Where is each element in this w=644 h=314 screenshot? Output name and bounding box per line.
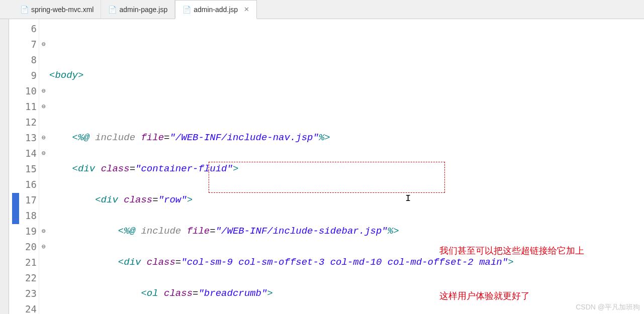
tab-admin-add[interactable]: admin-add.jsp ✕ (175, 0, 257, 19)
close-icon[interactable]: ✕ (244, 6, 249, 13)
xml-file-icon (20, 6, 28, 14)
watermark: CSDN @平凡加班狗 (576, 303, 640, 312)
jsp-file-icon (108, 6, 116, 14)
code-line: <div class="row"> (48, 192, 644, 208)
fold-toggle-icon[interactable]: ⊖ (39, 146, 48, 161)
code-line (48, 99, 644, 115)
vertical-scrollbar-overview[interactable] (0, 19, 9, 314)
line-number-gutter[interactable]: 6 7 8 9 10 11 12 13 14 15 16 17 18 19 20… (9, 19, 39, 314)
tab-spring-web-mvc[interactable]: spring-web-mvc.xml (13, 0, 101, 19)
tab-admin-page[interactable]: admin-page.jsp (101, 0, 175, 19)
annotation-text: 我们甚至可以把这些超链接给它加上 这样用户体验就更好了 (439, 213, 584, 314)
code-line (48, 37, 644, 52)
fold-toggle-icon[interactable]: ⊖ (39, 99, 48, 115)
tab-bar: spring-web-mvc.xml admin-page.jsp admin-… (0, 0, 644, 19)
code-line: <div class="container-fluid"> (48, 161, 644, 177)
code-line: <body> (48, 68, 644, 83)
fold-toggle-icon[interactable]: ⊖ (39, 37, 48, 52)
code-editor[interactable]: <body> <%@ include file="/WEB-INF/includ… (48, 19, 644, 314)
tab-label: admin-page.jsp (119, 6, 167, 14)
tab-label: spring-web-mvc.xml (31, 6, 94, 14)
ide-editor: spring-web-mvc.xml admin-page.jsp admin-… (0, 0, 644, 314)
fold-toggle-icon[interactable]: ⊖ (39, 83, 48, 99)
fold-toggle-icon[interactable]: ⊖ (39, 239, 48, 255)
jsp-file-icon (182, 6, 191, 14)
code-line: <%@ include file="/WEB-INF/include-nav.j… (48, 130, 644, 146)
fold-toggle-icon[interactable]: ⊖ (39, 224, 48, 239)
text-cursor-icon: I (405, 191, 411, 206)
fold-column[interactable]: ⊖ ⊖ ⊖ ⊖ ⊖ ⊖ ⊖ (39, 19, 48, 314)
tab-label: admin-add.jsp (194, 6, 238, 14)
fold-toggle-icon[interactable]: ⊖ (39, 130, 48, 146)
editor-body: 6 7 8 9 10 11 12 13 14 15 16 17 18 19 20… (0, 19, 644, 314)
